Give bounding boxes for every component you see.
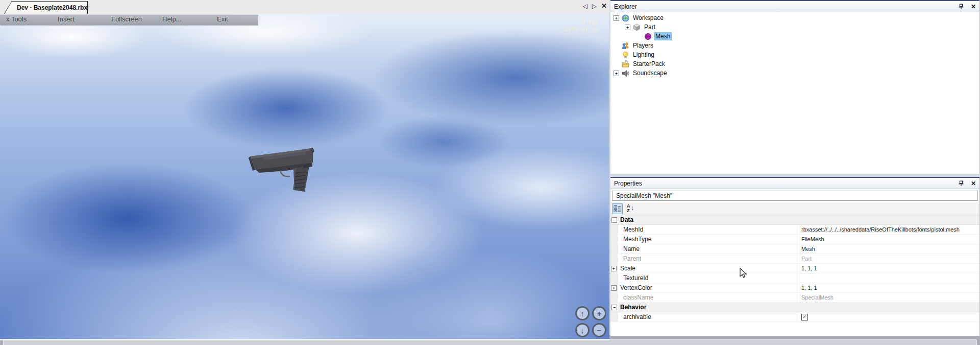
property-name: Name xyxy=(618,244,797,254)
menu-item-insert[interactable]: Insert xyxy=(58,15,75,23)
property-value[interactable] xyxy=(797,273,979,283)
soundscape-icon xyxy=(622,70,629,77)
starterpack-icon xyxy=(622,60,629,68)
archivable-checkbox[interactable]: ✓ xyxy=(801,314,808,320)
property-name: VertexColor xyxy=(618,283,797,292)
tab-scroll-right-icon[interactable]: ▷ xyxy=(592,2,597,10)
camera-down-button[interactable]: ↓ xyxy=(575,323,590,337)
performance-stats: 0 fps 2009.91 ms xyxy=(565,19,598,33)
properties-grid: − Data MeshId rbxasset://../../../shared… xyxy=(610,215,979,322)
tree-item-starterpack[interactable]: StarterPack xyxy=(610,59,979,68)
workspace-globe-icon xyxy=(622,14,629,22)
categorized-view-button[interactable] xyxy=(612,203,623,214)
menu-item-help[interactable]: Help... xyxy=(162,15,182,23)
app-window: Dev - Baseplate2048.rbxl ◁ ▷ ✕ x Tools I… xyxy=(0,0,980,345)
tree-item-players[interactable]: Players xyxy=(610,41,979,50)
property-name: MeshType xyxy=(618,235,797,244)
lighting-icon xyxy=(622,51,629,59)
properties-panel: Properties ✕ SpecialMesh "Mesh" xyxy=(610,177,980,336)
pin-icon[interactable] xyxy=(958,180,964,187)
explorer-close-icon[interactable]: ✕ xyxy=(971,3,976,10)
document-tab-bar: Dev - Baseplate2048.rbxl ◁ ▷ ✕ xyxy=(0,0,609,14)
property-row-textureid: TextureId xyxy=(610,273,979,283)
properties-toolbar: A Z ↓ xyxy=(610,202,979,215)
frame-time-counter: 2009.91 ms xyxy=(565,26,598,33)
pin-icon[interactable] xyxy=(958,4,964,10)
expand-icon[interactable]: + xyxy=(625,25,630,30)
categorized-view-icon xyxy=(614,205,621,213)
expand-icon[interactable]: + xyxy=(611,266,617,271)
section-label: Behavior xyxy=(617,303,646,312)
property-name: TextureId xyxy=(618,273,797,283)
tree-item-label: StarterPack xyxy=(631,60,667,68)
property-value[interactable]: rbxasset://../../../shareddata/RiseOfThe… xyxy=(797,225,979,234)
properties-titlebar: Properties ✕ xyxy=(610,177,979,189)
tree-item-label: Players xyxy=(631,41,655,50)
explorer-title: Explorer xyxy=(614,3,637,10)
tree-item-mesh[interactable]: Mesh xyxy=(610,32,979,41)
property-name: Scale xyxy=(618,264,797,273)
tree-item-label: Lighting xyxy=(631,51,656,59)
tree-item-label: Part xyxy=(643,23,657,31)
property-row-scale: + Scale 1, 1, 1 xyxy=(610,264,979,273)
menu-item-exit[interactable]: Exit xyxy=(217,15,228,23)
dock-panel: Explorer ✕ + xyxy=(610,0,980,336)
menu-item-tools[interactable]: x Tools xyxy=(6,15,27,23)
properties-close-icon[interactable]: ✕ xyxy=(971,180,976,187)
document-tab-title: Dev - Baseplate2048.rbxl xyxy=(5,2,87,14)
section-row-behavior[interactable]: − Behavior xyxy=(610,303,979,312)
property-row-classname: className SpecialMesh xyxy=(610,293,979,303)
part-icon xyxy=(633,24,641,31)
property-value: SpecialMesh xyxy=(797,293,979,302)
tree-item-lighting[interactable]: Lighting xyxy=(610,50,979,59)
camera-zoom-out-button[interactable]: − xyxy=(592,323,606,337)
tree-item-label: Workspace xyxy=(631,14,665,22)
property-value[interactable]: 1, 1, 1 xyxy=(797,283,979,292)
expand-icon[interactable]: + xyxy=(611,285,617,291)
fps-counter: 0 fps xyxy=(565,19,598,26)
property-name: MeshId xyxy=(618,225,797,234)
property-value[interactable]: Mesh xyxy=(797,244,979,254)
property-value: Part xyxy=(797,254,979,263)
3d-viewport[interactable]: x Tools Insert Fullscreen Help... Exit 0… xyxy=(0,14,609,340)
tree-item-soundscape[interactable]: + Soundscape xyxy=(610,68,979,78)
alphabetical-sort-button[interactable]: A Z ↓ xyxy=(625,203,636,214)
players-icon xyxy=(622,42,629,50)
expand-icon[interactable]: + xyxy=(614,15,619,21)
explorer-titlebar: Explorer ✕ xyxy=(610,0,979,12)
tree-item-label-selected: Mesh xyxy=(654,32,672,40)
section-label: Data xyxy=(617,215,633,224)
selected-object-name[interactable]: SpecialMesh "Mesh" xyxy=(612,191,978,201)
menu-item-fullscreen[interactable]: Fullscreen xyxy=(111,15,142,23)
tree-item-label: Soundscape xyxy=(631,69,669,77)
property-name: archivable xyxy=(618,312,797,321)
collapse-icon[interactable]: − xyxy=(611,217,617,223)
property-row-archivable: archivable ✓ xyxy=(610,312,979,322)
az-sort-icon: A Z ↓ xyxy=(625,203,636,214)
property-value[interactable]: 1, 1, 1 xyxy=(797,264,979,273)
property-name: className xyxy=(618,293,797,302)
expand-icon[interactable]: + xyxy=(614,71,619,76)
game-menu-bar: x Tools Insert Fullscreen Help... Exit xyxy=(0,14,258,25)
property-row-vertexcolor: + VertexColor 1, 1, 1 xyxy=(610,283,979,293)
section-row-data[interactable]: − Data xyxy=(610,215,979,225)
camera-up-button[interactable]: ↑ xyxy=(575,306,590,320)
pistol-mesh-object[interactable] xyxy=(248,143,320,196)
property-row-parent: Parent Part xyxy=(610,254,979,264)
property-value[interactable]: FileMesh xyxy=(797,235,979,244)
camera-nav-pad: ↑ + ↓ − xyxy=(575,306,606,337)
mesh-icon xyxy=(644,33,652,40)
explorer-panel: Explorer ✕ + xyxy=(610,0,980,174)
tab-scroll-left-icon[interactable]: ◁ xyxy=(583,2,587,10)
document-tab[interactable]: Dev - Baseplate2048.rbxl xyxy=(4,1,88,14)
property-name: Parent xyxy=(618,254,797,263)
tree-item-part[interactable]: + Part xyxy=(610,22,979,32)
camera-zoom-in-button[interactable]: + xyxy=(592,306,606,320)
collapse-icon[interactable]: − xyxy=(611,305,617,310)
tree-item-workspace[interactable]: + Workspace xyxy=(610,13,979,22)
property-row-meshid: MeshId rbxasset://../../../shareddata/Ri… xyxy=(610,225,979,235)
tab-close-icon[interactable]: ✕ xyxy=(601,2,607,10)
document-pane: Dev - Baseplate2048.rbxl ◁ ▷ ✕ x Tools I… xyxy=(0,0,609,340)
properties-title: Properties xyxy=(614,180,642,187)
selected-object-header: SpecialMesh "Mesh" xyxy=(610,189,979,202)
